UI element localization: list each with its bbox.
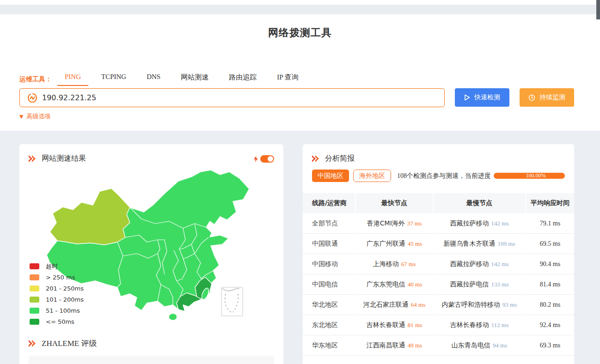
monitor-label: 持续监测 [539,93,565,102]
node-latency: 142 ms [491,261,509,267]
line-cell: 中国移动 [303,254,356,274]
node-name: 吉林长春移动 [450,321,489,328]
legend-swatch [30,285,39,291]
node-name: 吉林长春联通 [367,321,405,328]
node-latency: 64 ms [411,301,425,308]
node-name: 河北石家庄联通 [363,301,409,308]
search-row: 快速检测 持续监测 [19,88,574,107]
fast-node-cell: 上海移动67 ms [356,254,434,274]
slow-node-cell: 内蒙古呼和浩特移动93 ms [434,295,526,315]
legend-item: 超时 [30,263,84,269]
legend-swatch [30,319,39,325]
table-header-cell: 最快节点 [356,193,434,213]
node-name: 西藏拉萨移动 [450,260,489,267]
tool-tab-TCPING[interactable]: TCPING [94,73,134,86]
results-section: 网站测速结果 [0,131,600,364]
tool-tab-IP 查询[interactable]: IP 查询 [269,73,306,86]
rating-bar [29,356,274,364]
speed-card-title: 网站测速结果 [42,154,86,164]
slow-node-cell: 西藏拉萨移动142 ms [434,213,526,234]
page-title: 网络拨测工具 [0,26,600,40]
node-latency: 49 ms [408,342,422,349]
report-table-body: 全部节点香港CMI海外37 ms西藏拉萨移动142 ms79.1 ms中国联通广… [303,213,574,356]
legend-label: <= 50ms [46,318,74,325]
table-row: 全部节点香港CMI海外37 ms西藏拉萨移动142 ms79.1 ms [303,213,574,234]
toolbar-label: 运维工具： [19,75,52,84]
report-table: 线路/运营商最快节点最慢节点平均响应时间 全部节点香港CMI海外37 ms西藏拉… [303,193,574,356]
avg-cell: 79.1 ms [526,213,574,234]
legend-item: <= 50ms [30,319,84,325]
legend-label: > 250 ms [46,274,75,281]
line-cell: 中国电信 [303,274,356,295]
play-icon [464,94,470,101]
rating-header: ZHALEME 评级 [29,338,97,349]
monitor-button[interactable]: 持续监测 [520,88,574,107]
table-header-cell: 最慢节点 [434,193,526,213]
line-cell: 东北地区 [303,315,356,335]
tool-tab-PING[interactable]: PING [57,73,88,86]
node-name: 山东青岛电信 [452,341,490,349]
tool-tab-网站测速[interactable]: 网站测速 [173,73,216,86]
advanced-options-toggle[interactable]: ▼ 高级选项 [19,112,50,121]
tool-tab-DNS[interactable]: DNS [139,73,168,86]
region-tab-中国地区[interactable]: 中国地区 [312,170,349,182]
avg-cell: 92.4 ms [526,315,574,335]
line-cell: 华东地区 [303,335,356,356]
node-latency: 37 ms [407,220,422,227]
quick-test-button[interactable]: 快速检测 [455,88,509,107]
table-row: 中国电信广东东莞电信40 ms西藏拉萨电信133 ms81.4 ms [303,274,574,295]
report-table-header-row: 线路/运营商最快节点最慢节点平均响应时间 [303,193,574,213]
analysis-card-title: 分析简报 [325,154,355,164]
legend-swatch [30,308,39,314]
scrollbar-thumb[interactable] [596,0,600,19]
table-row: 华东地区江西南昌联通49 ms山东青岛电信94 ms69.3 ms [303,335,574,356]
region-tab-海外地区[interactable]: 海外地区 [353,170,391,182]
node-latency: 94 ms [493,342,507,349]
top-strip [0,0,600,5]
fast-node-cell: 吉林长春联通81 ms [356,315,434,335]
node-latency: 93 ms [502,301,517,308]
header-band [0,5,600,14]
map-region-xinjiang [50,188,130,245]
node-name: 江西南昌联通 [367,341,405,349]
legend-label: 51 - 100ms [46,307,80,314]
table-row: 华北地区河北石家庄联通64 ms内蒙古呼和浩特移动93 ms80.2 ms [303,295,574,315]
realtime-toggle[interactable] [260,155,274,163]
region-row: 中国地区海外地区 108个检测点参与测速，当前进度 100.00% [303,164,574,182]
double-chevron-icon [29,155,37,162]
node-name: 广东东莞电信 [367,280,405,288]
target-input[interactable] [42,93,439,102]
fast-node-cell: 河北石家庄联通64 ms [356,295,434,315]
tool-tab-路由追踪[interactable]: 路由追踪 [221,73,264,86]
node-latency: 67 ms [401,261,416,267]
node-latency: 142 ms [491,220,509,227]
node-name: 香港CMI海外 [367,219,405,227]
clock-icon [528,94,535,101]
region-tabs: 中国地区海外地区 [312,170,391,182]
toggle-knob [268,156,273,162]
line-cell: 全部节点 [303,213,356,234]
analysis-card: 分析简报 中国地区海外地区 108个检测点参与测速，当前进度 100.00% 线… [303,144,574,364]
node-latency: 133 ms [491,281,509,288]
speed-card-header: 网站测速结果 [19,144,283,164]
node-latency: 109 ms [498,240,515,247]
node-latency: 112 ms [491,322,508,328]
node-latency: 81 ms [408,322,422,328]
analysis-card-header: 分析简报 [303,144,574,164]
legend-swatch [30,263,39,269]
avg-cell: 80.2 ms [526,295,574,315]
legend-item: 101 - 200ms [30,297,84,303]
node-name: 西藏拉萨电信 [450,280,489,288]
fast-node-cell: 广东广州联通45 ms [356,234,434,254]
node-name: 新疆乌鲁木齐联通 [444,240,496,247]
map-region-hainan [169,314,177,321]
table-row: 中国移动上海移动67 ms西藏拉萨移动142 ms90.4 ms [303,254,574,274]
node-name: 上海移动 [373,260,399,267]
node-latency: 45 ms [408,240,422,247]
search-box[interactable] [19,88,445,107]
legend-label: 101 - 200ms [46,296,84,303]
legend-label: 超时 [46,262,58,271]
lightning-icon [253,156,258,162]
node-name: 内蒙古呼和浩特移动 [442,301,500,308]
toolbar: 运维工具： PINGTCPINGDNS网站测速路由追踪IP 查询 [19,73,312,86]
